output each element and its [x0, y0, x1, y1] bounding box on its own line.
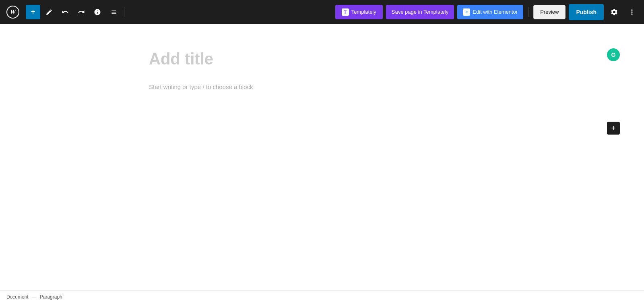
add-block-button[interactable]: +: [26, 5, 40, 19]
gear-icon: [610, 8, 618, 16]
block-placeholder[interactable]: Start writing or type / to choose a bloc…: [149, 82, 495, 92]
wordpress-logo-button[interactable]: W: [5, 4, 21, 20]
pencil-icon: [45, 8, 53, 16]
undo-icon: [62, 8, 69, 16]
grammarly-button[interactable]: G: [607, 48, 620, 61]
templately-button[interactable]: T Templately: [335, 5, 383, 19]
publish-label: Publish: [576, 9, 597, 15]
save-templately-label: Save page in Templately: [392, 9, 448, 15]
more-vertical-icon: [628, 8, 636, 16]
status-separator: —: [32, 294, 37, 300]
preview-label: Preview: [540, 9, 559, 15]
more-options-button[interactable]: [625, 5, 639, 19]
toolbar-divider-1: [124, 7, 124, 17]
edit-button[interactable]: [42, 5, 56, 19]
status-paragraph: Paragraph: [40, 294, 62, 300]
floating-right-panel: G +: [607, 48, 620, 135]
list-view-button[interactable]: [106, 5, 121, 19]
add-block-float-icon: +: [611, 124, 616, 133]
list-view-icon: [110, 8, 117, 16]
publish-button[interactable]: Publish: [569, 4, 604, 20]
preview-button[interactable]: Preview: [533, 5, 566, 19]
wordpress-logo-icon: W: [6, 6, 19, 19]
editor-area: Add title Start writing or type / to cho…: [149, 24, 495, 290]
info-icon: [94, 8, 101, 16]
elementor-label: Edit with Elementor: [473, 9, 518, 15]
save-templately-button[interactable]: Save page in Templately: [386, 5, 454, 19]
add-block-label: +: [31, 7, 35, 17]
toolbar-divider-2: [528, 7, 528, 17]
main-content: Add title Start writing or type / to cho…: [0, 24, 644, 290]
status-document: Document: [6, 294, 29, 300]
info-button[interactable]: [90, 5, 105, 19]
settings-button[interactable]: [607, 5, 621, 19]
post-title[interactable]: Add title: [149, 48, 495, 70]
templately-icon: T: [342, 8, 349, 16]
templately-label: Templately: [351, 9, 376, 15]
add-block-float-button[interactable]: +: [607, 122, 620, 135]
grammarly-icon: G: [611, 52, 616, 58]
status-bar: Document — Paragraph: [0, 290, 644, 303]
toolbar-right: T Templately Save page in Templately e E…: [335, 4, 639, 20]
redo-icon: [78, 8, 85, 16]
elementor-button[interactable]: e Edit with Elementor: [457, 5, 523, 19]
undo-button[interactable]: [58, 5, 72, 19]
redo-button[interactable]: [74, 5, 89, 19]
toolbar: W + T Tem: [0, 0, 644, 24]
elementor-icon: e: [463, 8, 470, 16]
